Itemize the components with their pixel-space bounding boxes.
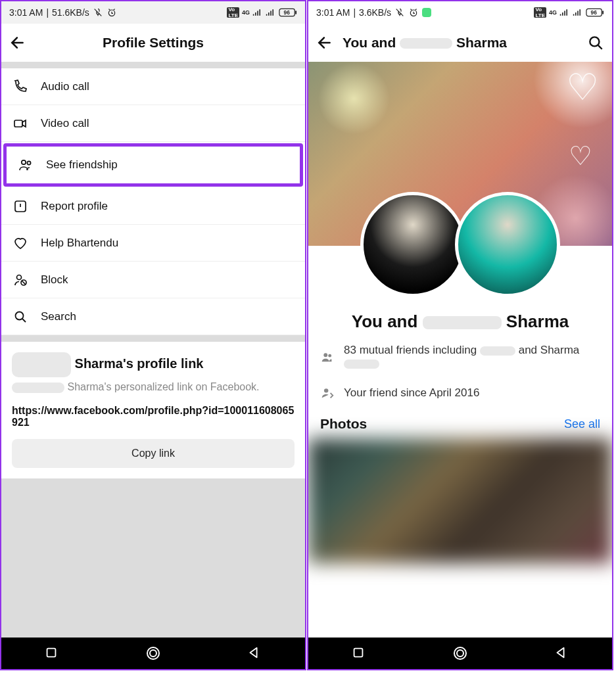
phone-right: 3:01 AM | 3.6KB/s VoLTE 4G 96 bbox=[307, 0, 613, 670]
menu-item-video-call[interactable]: Video call bbox=[1, 105, 305, 142]
svg-point-5 bbox=[22, 160, 26, 164]
menu-label: Help Bhartendu bbox=[41, 237, 118, 250]
nav-back-button[interactable] bbox=[247, 645, 262, 661]
report-icon bbox=[12, 198, 29, 215]
friend-since-icon bbox=[320, 386, 335, 400]
svg-point-19 bbox=[323, 353, 327, 357]
app-indicator-icon bbox=[422, 8, 431, 17]
status-speed: 3.6KB/s bbox=[359, 7, 391, 18]
svg-point-23 bbox=[454, 647, 466, 659]
menu-item-see-friendship[interactable]: See friendship bbox=[3, 143, 303, 187]
redacted-name bbox=[344, 360, 379, 369]
volte-icon: VoLTE bbox=[534, 7, 546, 18]
people-icon bbox=[320, 350, 335, 364]
back-button[interactable] bbox=[316, 34, 333, 51]
profile-link-url: https://www.facebook.com/profile.php?id=… bbox=[12, 405, 295, 429]
mute-icon bbox=[394, 7, 405, 18]
menu-label: Report profile bbox=[41, 200, 108, 213]
menu-item-audio-call[interactable]: Audio call bbox=[1, 68, 305, 105]
signal-icon-2 bbox=[573, 7, 583, 18]
signal-icon bbox=[559, 7, 570, 18]
nav-back-button[interactable] bbox=[554, 645, 569, 661]
svg-point-21 bbox=[324, 388, 328, 392]
divider bbox=[1, 62, 305, 68]
status-bar: 3:01 AM | 3.6KB/s VoLTE 4G 96 bbox=[308, 1, 612, 24]
svg-point-12 bbox=[147, 647, 159, 659]
redacted-name bbox=[480, 346, 515, 356]
status-bar: 3:01 AM | 51.6KB/s VoLTE 4G 96 bbox=[1, 1, 305, 24]
redacted-name bbox=[12, 352, 71, 377]
page-title: Profile Settings bbox=[36, 35, 271, 51]
avatar-you[interactable] bbox=[360, 192, 465, 297]
svg-rect-16 bbox=[602, 11, 604, 14]
signal-icon-2 bbox=[266, 7, 276, 18]
app-header: You and Sharma bbox=[308, 24, 612, 62]
svg-point-18 bbox=[590, 37, 599, 46]
svg-point-8 bbox=[17, 275, 22, 279]
photos-header: Photos See all bbox=[308, 416, 612, 432]
svg-text:96: 96 bbox=[590, 9, 597, 16]
svg-point-13 bbox=[150, 650, 156, 657]
bottom-nav bbox=[308, 638, 612, 669]
svg-rect-4 bbox=[14, 120, 22, 127]
heart-decoration-icon: ♡ bbox=[566, 66, 599, 108]
page-title: You and Sharma bbox=[343, 35, 578, 51]
svg-rect-2 bbox=[295, 11, 296, 14]
photo-grid[interactable] bbox=[308, 438, 612, 563]
see-all-link[interactable]: See all bbox=[564, 417, 600, 431]
menu-list: Audio call Video call See friendship Rep… bbox=[1, 68, 305, 335]
copy-link-button[interactable]: Copy link bbox=[12, 439, 295, 468]
search-icon bbox=[12, 308, 29, 325]
redacted-name bbox=[12, 383, 64, 393]
net-icon: 4G bbox=[242, 9, 250, 16]
phone-icon bbox=[12, 78, 29, 95]
avatar-pair bbox=[308, 192, 612, 297]
redacted-name bbox=[400, 38, 452, 49]
svg-point-20 bbox=[328, 354, 331, 358]
battery-icon: 96 bbox=[586, 7, 604, 18]
nav-home-button[interactable] bbox=[145, 645, 161, 661]
nav-recent-button[interactable] bbox=[351, 645, 367, 661]
mutual-friends-text: 83 mutual friends including and Sharma bbox=[344, 344, 579, 370]
net-icon: 4G bbox=[549, 9, 557, 16]
menu-label: Block bbox=[41, 273, 68, 287]
friendship-icon bbox=[17, 156, 34, 174]
block-icon bbox=[12, 271, 29, 289]
back-button[interactable] bbox=[9, 34, 26, 51]
menu-label: Search bbox=[41, 310, 76, 323]
menu-label: Video call bbox=[41, 117, 89, 130]
svg-rect-22 bbox=[354, 649, 363, 657]
mutual-friends-row[interactable]: 83 mutual friends including and Sharma bbox=[320, 344, 600, 370]
svg-point-10 bbox=[16, 312, 24, 319]
status-speed: 51.6KB/s bbox=[52, 7, 89, 18]
svg-rect-11 bbox=[47, 649, 56, 657]
nav-home-button[interactable] bbox=[452, 645, 468, 661]
friendship-meta: 83 mutual friends including and Sharma Y… bbox=[308, 344, 612, 416]
menu-label: Audio call bbox=[41, 80, 89, 93]
menu-item-help[interactable]: Help Bhartendu bbox=[1, 225, 305, 262]
menu-label: See friendship bbox=[46, 158, 118, 172]
status-time: 3:01 AM bbox=[316, 7, 350, 18]
svg-point-24 bbox=[457, 650, 463, 657]
app-header: Profile Settings bbox=[1, 24, 305, 62]
avatar-friend[interactable] bbox=[455, 192, 560, 297]
search-button[interactable] bbox=[587, 34, 604, 51]
profile-link-subtitle: Sharma's personalized link on Facebook. bbox=[12, 381, 295, 393]
divider bbox=[1, 335, 305, 342]
profile-link-title: Sharma's profile link bbox=[12, 352, 295, 377]
friend-since-text: Your friend since April 2016 bbox=[344, 386, 479, 400]
status-time: 3:01 AM bbox=[9, 7, 43, 18]
menu-item-search[interactable]: Search bbox=[1, 298, 305, 335]
alarm-icon bbox=[408, 7, 419, 18]
video-icon bbox=[12, 115, 29, 132]
volte-icon: VoLTE bbox=[227, 7, 239, 18]
heart-icon bbox=[12, 235, 29, 252]
menu-item-report[interactable]: Report profile bbox=[1, 188, 305, 225]
friend-since-row: Your friend since April 2016 bbox=[320, 386, 600, 400]
mute-icon bbox=[93, 7, 103, 18]
menu-item-block[interactable]: Block bbox=[1, 262, 305, 298]
nav-recent-button[interactable] bbox=[44, 645, 60, 661]
phone-left: 3:01 AM | 51.6KB/s VoLTE 4G 96 bbox=[0, 0, 306, 670]
photos-label: Photos bbox=[320, 416, 367, 432]
friendship-title: You and Sharma bbox=[308, 312, 612, 332]
